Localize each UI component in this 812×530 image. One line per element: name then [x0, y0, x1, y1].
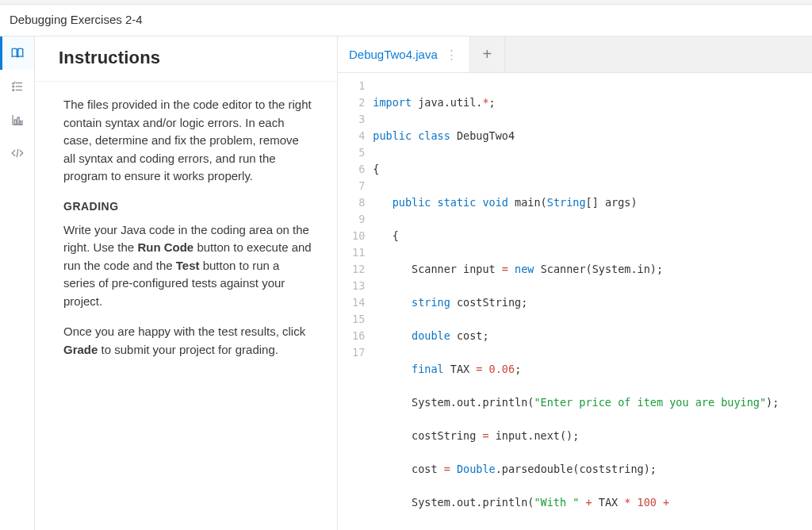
instructions-para1: The files provided in the code editor to…	[63, 96, 313, 186]
chart-icon[interactable]	[0, 103, 34, 136]
content-split: Instructions The files provided in the c…	[35, 36, 812, 530]
grade-bold: Grade	[63, 343, 98, 356]
svg-point-3	[12, 86, 13, 87]
text: to submit your project for grading.	[98, 343, 278, 356]
grading-heading: GRADING	[63, 198, 313, 215]
instructions-pane: Instructions The files provided in the c…	[35, 36, 338, 530]
instructions-para3: Once you are happy with the test results…	[63, 323, 313, 359]
svg-rect-7	[14, 120, 16, 125]
editor-tabs: DebugTwo4.java ⋮ +	[338, 36, 812, 73]
editor-pane: DebugTwo4.java ⋮ + 123456789101112131415…	[338, 36, 812, 530]
tab-more-icon[interactable]: ⋮	[446, 48, 458, 62]
svg-line-10	[17, 149, 18, 158]
run-code-bold: Run Code	[137, 240, 193, 254]
tab-debugtwo4[interactable]: DebugTwo4.java ⋮	[338, 36, 470, 72]
code-editor[interactable]: 1234567891011121314151617 import java.ut…	[338, 73, 812, 530]
main-area: Instructions The files provided in the c…	[0, 36, 812, 530]
tab-label: DebugTwo4.java	[349, 48, 438, 61]
left-rail	[0, 36, 35, 530]
checklist-icon[interactable]	[0, 70, 34, 103]
line-gutter: 1234567891011121314151617	[338, 78, 373, 530]
svg-point-4	[12, 90, 13, 91]
svg-rect-9	[20, 121, 21, 125]
text: Once you are happy with the test results…	[63, 325, 305, 338]
instructions-heading: Instructions	[59, 48, 313, 68]
instructions-para2: Write your Java code in the coding area …	[63, 221, 313, 311]
test-bold: Test	[176, 259, 200, 272]
instructions-body: The files provided in the code editor to…	[35, 82, 337, 387]
code-icon[interactable]	[0, 136, 34, 170]
page-title: Debugging Exercises 2-4	[0, 5, 812, 36]
tab-add-button[interactable]: +	[470, 36, 505, 72]
code-lines[interactable]: import java.util.*; public class DebugTw…	[373, 78, 812, 530]
instructions-header: Instructions	[35, 36, 337, 82]
svg-rect-8	[17, 117, 19, 125]
book-icon[interactable]	[0, 36, 34, 70]
